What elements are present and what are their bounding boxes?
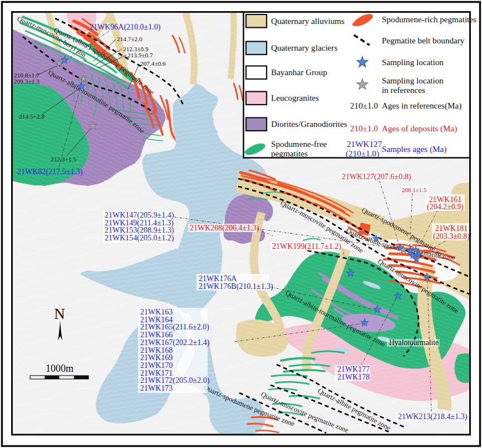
svg-text:21WK213(218.4±1.3): 21WK213(218.4±1.3) (398, 412, 468, 421)
svg-text:Quaternary alluviums: Quaternary alluviums (271, 16, 345, 26)
svg-text:Quaternary glaciers: Quaternary glaciers (271, 43, 337, 52)
svg-text:Samples ages (Ma): Samples ages (Ma) (382, 144, 446, 154)
svg-text:Spodumene-rich pegmatites: Spodumene-rich pegmatites (382, 14, 476, 24)
svg-text:21WK176B(210.1±1.3): 21WK176B(210.1±1.3) (199, 282, 273, 291)
svg-text:209.3±1.3: 209.3±1.3 (14, 78, 40, 85)
svg-text:21WK127(207.6±0.8): 21WK127(207.6±0.8) (342, 173, 411, 181)
svg-text:21WK199(211.7±1.2): 21WK199(211.7±1.2) (272, 242, 341, 251)
svg-text:21WK178: 21WK178 (337, 373, 370, 381)
svg-text:21WK96A(210.0±1.0): 21WK96A(210.0±1.0) (90, 23, 161, 32)
svg-text:212.3+1.5: 212.3+1.5 (51, 156, 76, 163)
svg-text:21WK154(205.0±1.2): 21WK154(205.0±1.2) (105, 234, 174, 243)
svg-text:Diorites/Granodiorites: Diorites/Granodiorites (271, 119, 347, 129)
svg-text:21WK208(206.4±1.3): 21WK208(206.4±1.3) (190, 224, 259, 233)
svg-text:N: N (54, 306, 65, 322)
svg-text:214.5+2.8: 214.5+2.8 (19, 113, 45, 120)
svg-text:1000m: 1000m (46, 363, 73, 374)
svg-text:Ages in references(Ma): Ages in references(Ma) (382, 101, 461, 111)
svg-text:(204.2±0.9): (204.2±0.9) (427, 203, 464, 211)
svg-text:Spodumene-free: Spodumene-free (271, 139, 327, 149)
svg-text:in references: in references (382, 85, 425, 95)
svg-text:21WK181: 21WK181 (435, 224, 468, 233)
svg-text:21WK176A: 21WK176A (199, 274, 237, 283)
svg-text:210±1.0: 210±1.0 (350, 124, 378, 133)
svg-text:213.9±0.7: 213.9±0.7 (127, 52, 153, 58)
svg-text:21WK82(217.5±1.3): 21WK82(217.5±1.3) (17, 168, 83, 176)
svg-text:(203.3±0.8): (203.3±0.8) (433, 232, 470, 241)
svg-text:Bayanhar Group: Bayanhar Group (271, 67, 327, 77)
svg-text:Sampling location: Sampling location (382, 57, 444, 67)
svg-text:207.4±0.6: 207.4±0.6 (140, 60, 166, 67)
svg-text:21WK127: 21WK127 (347, 139, 382, 149)
svg-text:pegmatites: pegmatites (271, 149, 308, 158)
svg-text:210±1.0: 210±1.0 (350, 101, 378, 110)
svg-text:Leucogranites: Leucogranites (271, 93, 319, 102)
svg-text:214.7±2.0: 214.7±2.0 (117, 36, 142, 42)
svg-text:Ages of deposits (Ma): Ages of deposits (Ma) (382, 124, 457, 134)
svg-text:Sampling location: Sampling location (382, 76, 444, 85)
svg-text:Hyalotourmalite: Hyalotourmalite (389, 338, 439, 347)
svg-text:(210±1.0): (210±1.0) (346, 149, 379, 159)
svg-text:21WK173: 21WK173 (140, 384, 173, 392)
svg-text:Pegmatite belt boundary: Pegmatite belt boundary (382, 36, 465, 45)
svg-text:21WK177: 21WK177 (337, 365, 370, 373)
svg-text:208.1±1.5: 208.1±1.5 (402, 186, 427, 193)
